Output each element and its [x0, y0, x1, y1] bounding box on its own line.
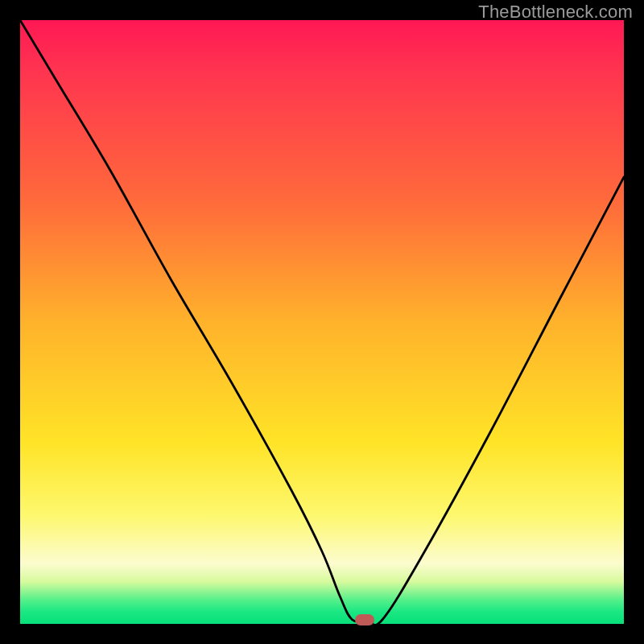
optimal-point-marker	[355, 614, 374, 625]
plot-area	[20, 20, 624, 624]
chart-frame: TheBottleneck.com	[0, 0, 644, 644]
curve-svg	[20, 20, 624, 624]
bottleneck-curve	[20, 20, 624, 624]
